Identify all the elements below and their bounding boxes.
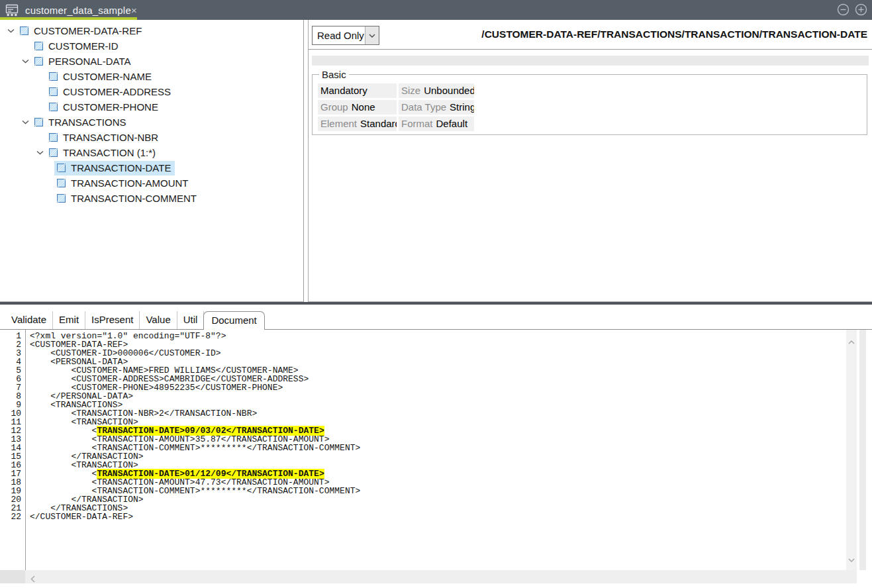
tab-document[interactable]: Document xyxy=(203,311,264,330)
tree-item-label: TRANSACTIONS xyxy=(48,117,126,128)
xml-line: 22</CUSTOMER-DATA-REF> xyxy=(0,513,360,521)
tree-item-transaction-nbr[interactable]: TRANSACTION-NBR xyxy=(34,130,303,145)
prop-element: ElementStandard xyxy=(318,117,397,131)
tab-validate[interactable]: Validate xyxy=(5,311,53,329)
collapse-icon[interactable] xyxy=(837,3,849,16)
tab-util[interactable]: Util xyxy=(177,311,205,329)
xml-content: 1<?xml version="1.0" encoding="UTF-8"?> … xyxy=(0,332,360,521)
chevron-down-icon[interactable] xyxy=(365,26,379,44)
element-node-icon xyxy=(57,179,66,187)
schema-tree-panel: CUSTOMER-DATA-REF CUSTOMER-ID PERSONAL-D… xyxy=(0,20,304,302)
data-map-icon xyxy=(5,3,19,17)
xml-document-view[interactable]: 1<?xml version="1.0" encoding="UTF-8"?> … xyxy=(0,330,872,570)
element-node-icon xyxy=(34,42,43,50)
element-node-icon xyxy=(34,57,43,66)
vertical-scrollbar[interactable] xyxy=(846,330,857,570)
bottom-tab-bar: Validate Emit IsPresent Value Util Docum… xyxy=(5,311,265,330)
element-node-icon xyxy=(34,118,43,126)
detail-header: Read Only /CUSTOMER-DATA-REF/TRANSACTION… xyxy=(309,20,872,50)
tree-item-label: TRANSACTION-NBR xyxy=(63,132,158,143)
close-icon[interactable]: × xyxy=(131,5,137,15)
tree-item-personal-data[interactable]: PERSONAL-DATA xyxy=(20,54,303,69)
prop-mandatory: Mandatory xyxy=(318,83,397,98)
tree-item-transactions[interactable]: TRANSACTIONS xyxy=(20,115,303,130)
scroll-down-icon[interactable] xyxy=(848,553,855,565)
tab-emit[interactable]: Emit xyxy=(53,311,85,329)
tree-item-label: TRANSACTION-DATE xyxy=(71,162,171,173)
toolbar-strip xyxy=(312,56,869,66)
document-section: Validate Emit IsPresent Value Util Docum… xyxy=(0,305,872,588)
tab-ispresent[interactable]: IsPresent xyxy=(85,311,140,329)
tab-value[interactable]: Value xyxy=(140,311,177,329)
horizontal-scrollbar[interactable] xyxy=(25,570,857,583)
mode-select-value: Read Only xyxy=(313,26,365,44)
tree-item-label: TRANSACTION-AMOUNT xyxy=(71,177,189,189)
prop-format: FormatDefault xyxy=(399,117,474,131)
tree-item-customer-id[interactable]: CUSTOMER-ID xyxy=(20,38,303,54)
basic-group-title: Basic xyxy=(319,69,349,80)
tree-item-transaction-date[interactable]: TRANSACTION-DATE xyxy=(42,160,303,175)
tree-item-transaction[interactable]: TRANSACTION (1:*) xyxy=(34,145,303,160)
tab-title: customer_data_sample xyxy=(25,5,131,16)
element-node-icon xyxy=(49,133,58,142)
element-path: /CUSTOMER-DATA-REF/TRANSACTIONS/TRANSACT… xyxy=(481,28,867,40)
tree-item-label: PERSONAL-DATA xyxy=(48,56,130,67)
scrollbar-corner xyxy=(0,570,25,583)
panel-edge-strip xyxy=(859,330,866,570)
tree-item-label: TRANSACTION (1:*) xyxy=(63,147,156,158)
element-node-icon xyxy=(49,103,58,111)
detail-panel: Read Only /CUSTOMER-DATA-REF/TRANSACTION… xyxy=(308,20,872,302)
tree-item-label: CUSTOMER-ID xyxy=(48,40,119,52)
tree-item-transaction-comment[interactable]: TRANSACTION-COMMENT xyxy=(42,191,303,206)
basic-group: Basic Mandatory SizeUnbounded GroupNone … xyxy=(312,69,867,135)
element-node-icon xyxy=(57,194,66,203)
mode-select[interactable]: Read Only xyxy=(312,26,379,45)
tree-item-label: CUSTOMER-NAME xyxy=(63,71,152,82)
prop-group: GroupNone xyxy=(318,100,397,115)
line-number: 22 xyxy=(0,513,21,521)
tree-item-customer-phone[interactable]: CUSTOMER-PHONE xyxy=(34,99,303,115)
prop-size: SizeUnbounded xyxy=(399,83,474,98)
scroll-left-icon[interactable] xyxy=(30,573,35,585)
element-node-icon xyxy=(57,164,66,172)
tree-item-label: TRANSACTION-COMMENT xyxy=(71,193,197,204)
element-node-icon xyxy=(20,26,28,35)
tree-item-customer-address[interactable]: CUSTOMER-ADDRESS xyxy=(34,84,303,99)
tree-item-label: CUSTOMER-PHONE xyxy=(63,101,158,113)
tree-item-label: CUSTOMER-ADDRESS xyxy=(63,86,171,97)
element-node-icon xyxy=(49,148,58,157)
tree-item-label: CUSTOMER-DATA-REF xyxy=(34,25,142,36)
prop-data-type: Data TypeString xyxy=(399,100,474,115)
xml-code: </CUSTOMER-DATA-REF> xyxy=(21,513,133,521)
element-node-icon xyxy=(49,72,58,81)
element-node-icon xyxy=(49,87,58,96)
tree-item-transaction-amount[interactable]: TRANSACTION-AMOUNT xyxy=(42,175,303,191)
scroll-up-icon[interactable] xyxy=(848,335,855,347)
window-tab-bar: customer_data_sample × xyxy=(0,0,872,20)
tree-item-customer-data-ref[interactable]: CUSTOMER-DATA-REF xyxy=(5,23,303,38)
tree-item-customer-name[interactable]: CUSTOMER-NAME xyxy=(34,69,303,84)
expand-icon[interactable] xyxy=(855,3,867,16)
